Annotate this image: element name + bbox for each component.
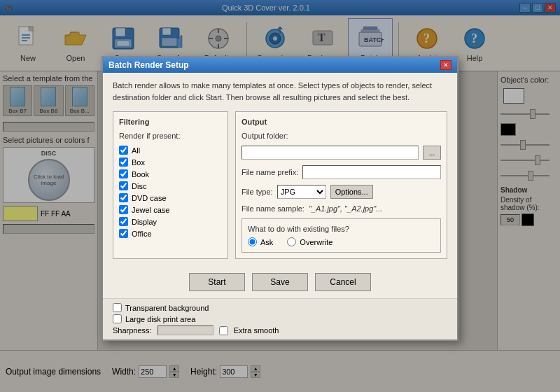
- checkbox-all-input[interactable]: [119, 146, 128, 155]
- browse-button[interactable]: ...: [423, 146, 441, 160]
- cancel-label: Cancel: [330, 277, 356, 287]
- checkbox-jewel-input[interactable]: [119, 205, 128, 214]
- file-type-row: File type: JPG PNG BMP TIFF Options...: [241, 185, 441, 199]
- existing-files-group: What to do with existing files? Ask Over…: [241, 218, 441, 253]
- checkbox-book[interactable]: Book: [119, 169, 222, 178]
- sharpness-row: Sharpness: Extra smooth: [113, 326, 447, 335]
- checkbox-box-label: Box: [132, 158, 145, 167]
- checkbox-dvd-input[interactable]: [119, 193, 128, 202]
- transparent-bg-checkbox[interactable]: [113, 303, 122, 312]
- sharpness-slider[interactable]: [158, 326, 214, 335]
- large-disk-label: Large disk print area: [125, 315, 195, 323]
- checkbox-display-input[interactable]: [119, 217, 128, 226]
- dialog-save-label: Save: [270, 277, 289, 287]
- file-sample-value: "_A1.jpg", "_A2.jpg"...: [309, 204, 383, 213]
- bottom-options: Transparent background Large disk print …: [103, 298, 457, 340]
- checkbox-all[interactable]: All: [119, 146, 222, 155]
- checkbox-display[interactable]: Display: [119, 217, 222, 226]
- checkbox-all-label: All: [132, 146, 140, 155]
- options-button[interactable]: Options...: [330, 185, 373, 199]
- file-type-select[interactable]: JPG PNG BMP TIFF: [277, 185, 326, 199]
- dialog-footer: Start Save Cancel: [103, 266, 457, 298]
- file-type-label: File type:: [241, 188, 273, 196]
- filter-group-title: Filtering: [119, 118, 222, 126]
- transparent-bg-row: Transparent background: [113, 303, 447, 312]
- file-sample-row: File name sample: "_A1.jpg", "_A2.jpg"..…: [241, 204, 441, 213]
- batch-render-dialog: Batch Render Setup ✕ Batch render allows…: [102, 56, 458, 341]
- output-group: Output Output folder: ... File name pref…: [235, 111, 447, 259]
- large-disk-row: Large disk print area: [113, 314, 447, 323]
- dialog-close-button[interactable]: ✕: [440, 60, 451, 70]
- dialog-save-button[interactable]: Save: [252, 273, 308, 291]
- radio-group: Ask Overwrite: [248, 237, 435, 246]
- file-prefix-input[interactable]: [302, 165, 441, 179]
- cancel-button[interactable]: Cancel: [315, 273, 371, 291]
- checkbox-dvd-label: DVD case: [132, 194, 167, 202]
- extra-smooth-label: Extra smooth: [234, 326, 279, 335]
- dialog-columns: Filtering Render if present: All Box Boo…: [113, 111, 447, 259]
- file-sample-label: File name sample:: [241, 204, 304, 213]
- modal-overlay: Batch Render Setup ✕ Batch render allows…: [0, 0, 560, 392]
- radio-ask-label: Ask: [260, 238, 273, 246]
- transparent-bg-label: Transparent background: [125, 304, 209, 312]
- extra-smooth-checkbox[interactable]: [219, 326, 228, 335]
- radio-overwrite[interactable]: Overwrite: [287, 237, 332, 246]
- filter-group: Filtering Render if present: All Box Boo…: [113, 111, 228, 259]
- radio-ask-input[interactable]: [248, 237, 257, 246]
- checkbox-book-input[interactable]: [119, 169, 128, 178]
- checkbox-jewel-label: Jewel case: [132, 206, 169, 214]
- file-prefix-label: File name prefix:: [241, 168, 298, 176]
- output-group-title: Output: [241, 118, 441, 126]
- output-folder-input[interactable]: [241, 146, 419, 160]
- checkbox-display-label: Display: [132, 218, 157, 226]
- output-folder-input-row: ...: [241, 146, 441, 160]
- radio-overwrite-label: Overwrite: [300, 238, 332, 246]
- checkbox-dvd[interactable]: DVD case: [119, 193, 222, 202]
- dialog-description: Batch render allows to make many templat…: [113, 80, 447, 103]
- large-disk-checkbox[interactable]: [113, 314, 122, 323]
- start-button[interactable]: Start: [189, 273, 245, 291]
- checkbox-disc-label: Disc: [132, 182, 146, 190]
- checkbox-office-label: Office: [132, 230, 152, 238]
- checkbox-jewel[interactable]: Jewel case: [119, 205, 222, 214]
- start-label: Start: [208, 277, 225, 287]
- radio-ask[interactable]: Ask: [248, 237, 273, 246]
- sharpness-label: Sharpness:: [113, 326, 152, 335]
- file-prefix-row: File name prefix:: [241, 165, 441, 179]
- existing-files-title: What to do with existing files?: [248, 225, 435, 233]
- options-label: Options...: [335, 188, 368, 196]
- output-folder-label: Output folder:: [241, 132, 288, 140]
- checkbox-book-label: Book: [132, 170, 149, 178]
- dialog-title: Batch Render Setup: [108, 60, 189, 70]
- checkbox-disc-input[interactable]: [119, 181, 128, 190]
- radio-overwrite-input[interactable]: [287, 237, 296, 246]
- checkbox-box-input[interactable]: [119, 158, 128, 167]
- render-if-label: Render if present:: [119, 132, 222, 140]
- output-folder-row: Output folder:: [241, 132, 441, 140]
- dialog-titlebar: Batch Render Setup ✕: [103, 57, 457, 73]
- browse-label: ...: [429, 149, 435, 157]
- checkbox-disc[interactable]: Disc: [119, 181, 222, 190]
- checkbox-office-input[interactable]: [119, 229, 128, 238]
- checkbox-box[interactable]: Box: [119, 158, 222, 167]
- dialog-body: Batch render allows to make many templat…: [103, 73, 457, 266]
- checkbox-office[interactable]: Office: [119, 229, 222, 238]
